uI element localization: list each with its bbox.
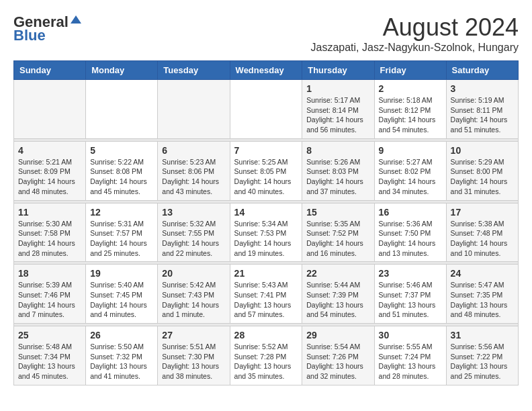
logo-blue: Blue [13, 27, 46, 44]
calendar-header-row: SundayMondayTuesdayWednesdayThursdayFrid… [14, 61, 519, 80]
day-info: Sunrise: 5:54 AM Sunset: 7:26 PM Dayligh… [306, 342, 369, 381]
day-number: 24 [451, 268, 514, 279]
day-number: 9 [379, 145, 442, 156]
day-info: Sunrise: 5:55 AM Sunset: 7:24 PM Dayligh… [379, 342, 442, 381]
logo-icon [69, 14, 83, 28]
day-number: 17 [451, 207, 514, 218]
day-number: 3 [451, 83, 514, 94]
day-info: Sunrise: 5:29 AM Sunset: 8:00 PM Dayligh… [451, 157, 514, 197]
day-info: Sunrise: 5:25 AM Sunset: 8:05 PM Dayligh… [234, 157, 298, 197]
day-number: 28 [234, 330, 298, 340]
calendar-cell: 26Sunrise: 5:50 AM Sunset: 7:32 PM Dayli… [86, 326, 158, 385]
day-info: Sunrise: 5:40 AM Sunset: 7:45 PM Dayligh… [90, 280, 153, 320]
day-number: 6 [162, 145, 225, 156]
page-header: General Blue August 2024 Jaszapati, Jasz… [13, 13, 519, 54]
day-number: 18 [18, 268, 81, 279]
calendar-week-row: 4Sunrise: 5:21 AM Sunset: 8:09 PM Daylig… [14, 141, 519, 200]
day-number: 12 [90, 207, 153, 218]
calendar-cell: 10Sunrise: 5:29 AM Sunset: 8:00 PM Dayli… [446, 141, 518, 200]
calendar-cell: 25Sunrise: 5:48 AM Sunset: 7:34 PM Dayli… [14, 326, 86, 385]
calendar-cell: 31Sunrise: 5:56 AM Sunset: 7:22 PM Dayli… [446, 326, 518, 385]
day-info: Sunrise: 5:38 AM Sunset: 7:48 PM Dayligh… [451, 219, 514, 259]
calendar-week-row: 18Sunrise: 5:39 AM Sunset: 7:46 PM Dayli… [14, 265, 519, 324]
day-info: Sunrise: 5:19 AM Sunset: 8:11 PM Dayligh… [451, 95, 514, 135]
calendar-cell [86, 80, 158, 139]
day-info: Sunrise: 5:42 AM Sunset: 7:43 PM Dayligh… [162, 280, 225, 320]
day-info: Sunrise: 5:50 AM Sunset: 7:32 PM Dayligh… [90, 342, 153, 381]
logo: General Blue [13, 13, 83, 44]
calendar-cell: 6Sunrise: 5:23 AM Sunset: 8:06 PM Daylig… [158, 141, 230, 200]
day-info: Sunrise: 5:46 AM Sunset: 7:37 PM Dayligh… [379, 280, 442, 320]
day-info: Sunrise: 5:18 AM Sunset: 8:12 PM Dayligh… [379, 95, 442, 135]
day-info: Sunrise: 5:30 AM Sunset: 7:58 PM Dayligh… [18, 219, 81, 259]
day-number: 31 [451, 330, 514, 340]
day-number: 5 [90, 145, 153, 156]
day-number: 13 [162, 207, 225, 218]
calendar-cell: 7Sunrise: 5:25 AM Sunset: 8:05 PM Daylig… [230, 141, 302, 200]
day-number: 16 [379, 207, 442, 218]
calendar-cell: 30Sunrise: 5:55 AM Sunset: 7:24 PM Dayli… [374, 326, 446, 385]
calendar-cell: 20Sunrise: 5:42 AM Sunset: 7:43 PM Dayli… [158, 265, 230, 324]
day-number: 22 [306, 268, 369, 279]
day-info: Sunrise: 5:21 AM Sunset: 8:09 PM Dayligh… [18, 157, 81, 197]
calendar-cell: 13Sunrise: 5:32 AM Sunset: 7:55 PM Dayli… [158, 203, 230, 262]
calendar-header-friday: Friday [374, 61, 446, 80]
calendar-week-row: 11Sunrise: 5:30 AM Sunset: 7:58 PM Dayli… [14, 203, 519, 262]
calendar-week-row: 25Sunrise: 5:48 AM Sunset: 7:34 PM Dayli… [14, 326, 519, 385]
calendar-cell: 16Sunrise: 5:36 AM Sunset: 7:50 PM Dayli… [374, 203, 446, 262]
calendar-cell: 21Sunrise: 5:43 AM Sunset: 7:41 PM Dayli… [230, 265, 302, 324]
calendar-cell: 3Sunrise: 5:19 AM Sunset: 8:11 PM Daylig… [446, 80, 518, 139]
location: Jaszapati, Jasz-Nagykun-Szolnok, Hungary [311, 42, 519, 54]
day-info: Sunrise: 5:34 AM Sunset: 7:53 PM Dayligh… [234, 219, 298, 259]
calendar-cell [14, 80, 86, 139]
day-number: 7 [234, 145, 298, 156]
calendar-cell: 1Sunrise: 5:17 AM Sunset: 8:14 PM Daylig… [302, 80, 374, 139]
title-area: August 2024 Jaszapati, Jasz-Nagykun-Szol… [311, 13, 519, 54]
day-number: 4 [18, 145, 81, 156]
day-info: Sunrise: 5:22 AM Sunset: 8:08 PM Dayligh… [90, 157, 153, 197]
calendar-cell: 24Sunrise: 5:47 AM Sunset: 7:35 PM Dayli… [446, 265, 518, 324]
calendar-cell: 22Sunrise: 5:44 AM Sunset: 7:39 PM Dayli… [302, 265, 374, 324]
day-number: 19 [90, 268, 153, 279]
day-info: Sunrise: 5:32 AM Sunset: 7:55 PM Dayligh… [162, 219, 225, 259]
day-info: Sunrise: 5:44 AM Sunset: 7:39 PM Dayligh… [306, 280, 369, 320]
calendar-cell: 5Sunrise: 5:22 AM Sunset: 8:08 PM Daylig… [86, 141, 158, 200]
day-number: 10 [451, 145, 514, 156]
day-number: 20 [162, 268, 225, 279]
day-number: 29 [306, 330, 369, 340]
calendar-cell: 27Sunrise: 5:51 AM Sunset: 7:30 PM Dayli… [158, 326, 230, 385]
calendar-header-saturday: Saturday [446, 61, 518, 80]
calendar-cell: 11Sunrise: 5:30 AM Sunset: 7:58 PM Dayli… [14, 203, 86, 262]
calendar-cell: 14Sunrise: 5:34 AM Sunset: 7:53 PM Dayli… [230, 203, 302, 262]
day-info: Sunrise: 5:52 AM Sunset: 7:28 PM Dayligh… [234, 342, 298, 381]
day-number: 23 [379, 268, 442, 279]
day-info: Sunrise: 5:43 AM Sunset: 7:41 PM Dayligh… [234, 280, 298, 320]
calendar-cell [158, 80, 230, 139]
day-number: 26 [90, 330, 153, 340]
calendar-cell: 28Sunrise: 5:52 AM Sunset: 7:28 PM Dayli… [230, 326, 302, 385]
day-info: Sunrise: 5:26 AM Sunset: 8:03 PM Dayligh… [306, 157, 369, 197]
day-number: 1 [306, 83, 369, 94]
day-info: Sunrise: 5:39 AM Sunset: 7:46 PM Dayligh… [18, 280, 81, 320]
day-number: 2 [379, 83, 442, 94]
calendar-header-wednesday: Wednesday [230, 61, 302, 80]
calendar-cell: 9Sunrise: 5:27 AM Sunset: 8:02 PM Daylig… [374, 141, 446, 200]
day-number: 11 [18, 207, 81, 218]
day-info: Sunrise: 5:56 AM Sunset: 7:22 PM Dayligh… [451, 342, 514, 381]
calendar-cell: 4Sunrise: 5:21 AM Sunset: 8:09 PM Daylig… [14, 141, 86, 200]
day-number: 15 [306, 207, 369, 218]
day-info: Sunrise: 5:17 AM Sunset: 8:14 PM Dayligh… [306, 95, 369, 135]
calendar-cell: 29Sunrise: 5:54 AM Sunset: 7:26 PM Dayli… [302, 326, 374, 385]
month-year: August 2024 [311, 13, 519, 42]
svg-marker-0 [71, 15, 81, 24]
day-info: Sunrise: 5:36 AM Sunset: 7:50 PM Dayligh… [379, 219, 442, 259]
calendar-cell: 2Sunrise: 5:18 AM Sunset: 8:12 PM Daylig… [374, 80, 446, 139]
day-info: Sunrise: 5:51 AM Sunset: 7:30 PM Dayligh… [162, 342, 225, 381]
day-info: Sunrise: 5:47 AM Sunset: 7:35 PM Dayligh… [451, 280, 514, 320]
calendar-header-monday: Monday [86, 61, 158, 80]
day-number: 8 [306, 145, 369, 156]
calendar-header-sunday: Sunday [14, 61, 86, 80]
day-number: 14 [234, 207, 298, 218]
calendar-cell: 23Sunrise: 5:46 AM Sunset: 7:37 PM Dayli… [374, 265, 446, 324]
day-info: Sunrise: 5:23 AM Sunset: 8:06 PM Dayligh… [162, 157, 225, 197]
